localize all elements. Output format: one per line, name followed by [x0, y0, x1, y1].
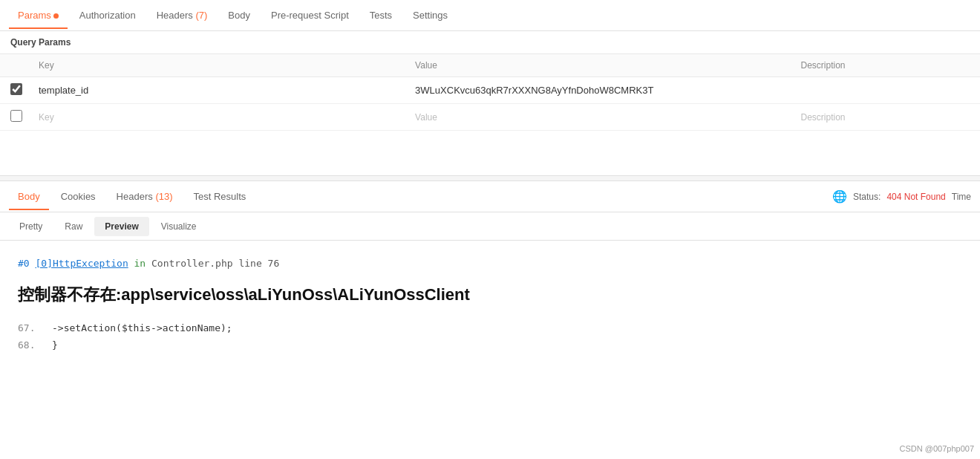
- status-label: Status:: [853, 192, 881, 202]
- tab-settings[interactable]: Settings: [404, 2, 457, 28]
- code-line-67: 67. ->setAction($this->actionName);: [18, 320, 962, 336]
- resp-tab-cookies[interactable]: Cookies: [52, 183, 105, 209]
- col-value: Value: [405, 54, 790, 77]
- view-tab-pretty[interactable]: Pretty: [9, 217, 53, 236]
- view-tab-raw[interactable]: Raw: [54, 217, 93, 236]
- section-divider: [0, 175, 980, 181]
- error-line: #0 [0]HttpException in Controller.php li…: [18, 255, 962, 272]
- preview-panel: #0 [0]HttpException in Controller.php li…: [0, 241, 980, 368]
- resp-tab-test-results[interactable]: Test Results: [185, 183, 255, 209]
- row-checkbox-cell: [0, 77, 28, 104]
- col-key: Key: [28, 54, 405, 77]
- view-tabs: Pretty Raw Preview Visualize: [0, 212, 980, 241]
- tab-headers[interactable]: Headers (7): [148, 2, 217, 28]
- view-tab-preview[interactable]: Preview: [94, 217, 148, 236]
- line-num-68: 68.: [18, 337, 40, 354]
- empty-checkbox-cell: [0, 104, 28, 131]
- error-file: Controller.php line 76: [151, 258, 279, 269]
- view-tab-visualize[interactable]: Visualize: [151, 217, 207, 236]
- error-num: #0: [18, 258, 30, 269]
- query-params-label: Query Params: [0, 31, 980, 53]
- error-message: 控制器不存在:app\service\oss\aLiYunOss\ALiYunO…: [18, 281, 962, 308]
- resp-tab-headers[interactable]: Headers (13): [108, 183, 182, 209]
- globe-icon: 🌐: [832, 189, 847, 204]
- request-tabs: Params Authorization Headers (7) Body Pr…: [0, 0, 980, 31]
- params-table: Key Value Description template_id 3WLuXC…: [0, 53, 980, 131]
- col-description: Description: [790, 54, 980, 77]
- tab-params[interactable]: Params: [9, 2, 68, 28]
- tab-body[interactable]: Body: [219, 2, 259, 28]
- status-value: 404 Not Found: [886, 192, 945, 202]
- tab-prerequest[interactable]: Pre-request Script: [262, 2, 358, 28]
- empty-key[interactable]: Key: [28, 104, 405, 131]
- row-description[interactable]: [790, 77, 980, 104]
- code-content-68: }: [52, 337, 58, 354]
- params-dot: [53, 13, 59, 19]
- row-checkbox[interactable]: [10, 83, 22, 95]
- row-value[interactable]: 3WLuXCKvcu63qkR7rXXXNG8AyYfnDohoW8CMRK3T: [405, 77, 790, 104]
- table-row: template_id 3WLuXCKvcu63qkR7rXXXNG8AyYfn…: [0, 77, 980, 104]
- empty-row-checkbox[interactable]: [10, 110, 22, 122]
- empty-description[interactable]: Description: [790, 104, 980, 131]
- status-area: 🌐 Status: 404 Not Found Time: [832, 189, 971, 204]
- code-block: 67. ->setAction($this->actionName); 68. …: [18, 320, 962, 353]
- tab-tests[interactable]: Tests: [361, 2, 401, 28]
- error-exception[interactable]: [0]HttpException: [35, 258, 128, 269]
- row-key[interactable]: template_id: [28, 77, 405, 104]
- time-label: Time: [952, 192, 971, 202]
- tab-authorization[interactable]: Authorization: [71, 2, 145, 28]
- col-checkbox: [0, 54, 28, 77]
- resp-tab-body[interactable]: Body: [9, 183, 49, 209]
- response-tabs: Body Cookies Headers (13) Test Results 🌐…: [0, 181, 980, 212]
- code-line-68: 68. }: [18, 337, 962, 354]
- empty-value[interactable]: Value: [405, 104, 790, 131]
- table-empty-row: Key Value Description: [0, 104, 980, 131]
- line-num-67: 67.: [18, 320, 40, 336]
- code-content-67: ->setAction($this->actionName);: [52, 320, 232, 336]
- error-in: in: [134, 258, 146, 269]
